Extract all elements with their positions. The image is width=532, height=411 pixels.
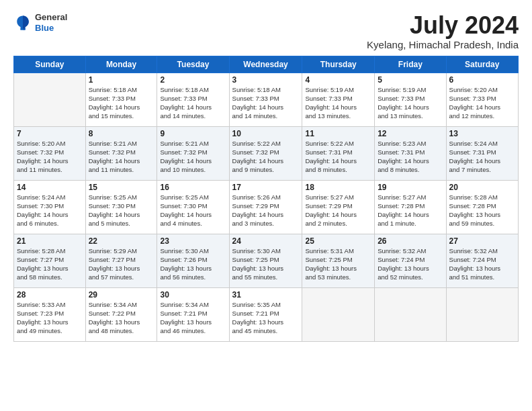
table-row: 12Sunrise: 5:23 AM Sunset: 7:31 PM Dayli… (375, 126, 446, 180)
day-number: 1 (89, 75, 154, 85)
day-info: Sunrise: 5:24 AM Sunset: 7:30 PM Dayligh… (17, 193, 83, 228)
day-info: Sunrise: 5:18 AM Sunset: 7:33 PM Dayligh… (89, 85, 154, 121)
col-monday: Monday (85, 56, 157, 73)
day-info: Sunrise: 5:34 AM Sunset: 7:21 PM Dayligh… (160, 300, 226, 336)
day-info: Sunrise: 5:35 AM Sunset: 7:21 PM Dayligh… (232, 300, 300, 336)
day-number: 16 (160, 183, 226, 192)
day-number: 2 (160, 75, 226, 85)
day-info: Sunrise: 5:22 AM Sunset: 7:31 PM Dayligh… (305, 139, 371, 175)
col-sunday: Sunday (14, 56, 86, 73)
table-row (446, 287, 518, 341)
day-info: Sunrise: 5:24 AM Sunset: 7:31 PM Dayligh… (449, 139, 515, 175)
table-row: 17Sunrise: 5:26 AM Sunset: 7:29 PM Dayli… (229, 180, 302, 234)
table-row: 13Sunrise: 5:24 AM Sunset: 7:31 PM Dayli… (446, 126, 518, 180)
col-tuesday: Tuesday (157, 56, 229, 73)
day-info: Sunrise: 5:28 AM Sunset: 7:28 PM Dayligh… (449, 193, 515, 228)
day-info: Sunrise: 5:30 AM Sunset: 7:25 PM Dayligh… (232, 246, 300, 282)
table-row: 8Sunrise: 5:21 AM Sunset: 7:32 PM Daylig… (85, 126, 157, 180)
day-info: Sunrise: 5:21 AM Sunset: 7:32 PM Dayligh… (89, 139, 154, 175)
day-info: Sunrise: 5:32 AM Sunset: 7:24 PM Dayligh… (378, 246, 443, 282)
day-info: Sunrise: 5:19 AM Sunset: 7:33 PM Dayligh… (305, 85, 371, 121)
table-row: 10Sunrise: 5:22 AM Sunset: 7:32 PM Dayli… (229, 126, 302, 180)
day-info: Sunrise: 5:27 AM Sunset: 7:29 PM Dayligh… (305, 193, 371, 228)
day-number: 20 (449, 183, 515, 192)
day-info: Sunrise: 5:18 AM Sunset: 7:33 PM Dayligh… (232, 85, 300, 121)
day-number: 28 (17, 290, 83, 300)
day-number: 30 (160, 290, 226, 300)
table-row: 29Sunrise: 5:34 AM Sunset: 7:22 PM Dayli… (85, 287, 157, 341)
day-info: Sunrise: 5:21 AM Sunset: 7:32 PM Dayligh… (160, 139, 226, 175)
day-number: 10 (232, 129, 300, 138)
location: Kyelang, Himachal Pradesh, India (367, 39, 519, 50)
day-number: 22 (89, 236, 154, 246)
table-row: 24Sunrise: 5:30 AM Sunset: 7:25 PM Dayli… (229, 234, 302, 287)
calendar-week-row: 21Sunrise: 5:28 AM Sunset: 7:27 PM Dayli… (14, 234, 519, 287)
page: General Blue July 2024 Kyelang, Himachal… (0, 0, 532, 411)
day-number: 17 (232, 183, 300, 192)
table-row: 26Sunrise: 5:32 AM Sunset: 7:24 PM Dayli… (375, 234, 446, 287)
day-number: 29 (89, 290, 154, 300)
day-info: Sunrise: 5:32 AM Sunset: 7:24 PM Dayligh… (449, 246, 515, 282)
table-row: 28Sunrise: 5:33 AM Sunset: 7:23 PM Dayli… (14, 287, 86, 341)
day-number: 15 (89, 183, 154, 192)
table-row: 22Sunrise: 5:29 AM Sunset: 7:27 PM Dayli… (85, 234, 157, 287)
day-number: 8 (89, 129, 154, 138)
day-number: 19 (378, 183, 443, 192)
calendar-week-row: 7Sunrise: 5:20 AM Sunset: 7:32 PM Daylig… (14, 126, 519, 180)
svg-rect-0 (21, 28, 26, 30)
day-info: Sunrise: 5:18 AM Sunset: 7:33 PM Dayligh… (160, 85, 226, 121)
day-info: Sunrise: 5:19 AM Sunset: 7:33 PM Dayligh… (378, 85, 443, 121)
day-number: 11 (305, 129, 371, 138)
day-info: Sunrise: 5:23 AM Sunset: 7:31 PM Dayligh… (378, 139, 443, 175)
day-number: 12 (378, 129, 443, 138)
day-number: 3 (232, 75, 300, 85)
table-row: 6Sunrise: 5:20 AM Sunset: 7:33 PM Daylig… (446, 73, 518, 126)
day-info: Sunrise: 5:29 AM Sunset: 7:27 PM Dayligh… (89, 246, 154, 282)
day-number: 13 (449, 129, 515, 138)
col-wednesday: Wednesday (229, 56, 302, 73)
table-row: 18Sunrise: 5:27 AM Sunset: 7:29 PM Dayli… (302, 180, 375, 234)
table-row: 9Sunrise: 5:21 AM Sunset: 7:32 PM Daylig… (157, 126, 229, 180)
table-row (14, 73, 86, 126)
table-row: 5Sunrise: 5:19 AM Sunset: 7:33 PM Daylig… (375, 73, 446, 126)
day-number: 31 (232, 290, 300, 300)
calendar-header-row: Sunday Monday Tuesday Wednesday Thursday… (14, 56, 519, 73)
table-row: 4Sunrise: 5:19 AM Sunset: 7:33 PM Daylig… (302, 73, 375, 126)
logo: General Blue (13, 12, 67, 33)
table-row: 1Sunrise: 5:18 AM Sunset: 7:33 PM Daylig… (85, 73, 157, 126)
day-info: Sunrise: 5:33 AM Sunset: 7:23 PM Dayligh… (17, 300, 83, 336)
table-row: 21Sunrise: 5:28 AM Sunset: 7:27 PM Dayli… (14, 234, 86, 287)
day-info: Sunrise: 5:26 AM Sunset: 7:29 PM Dayligh… (232, 193, 300, 228)
day-info: Sunrise: 5:30 AM Sunset: 7:26 PM Dayligh… (160, 246, 226, 282)
table-row: 19Sunrise: 5:27 AM Sunset: 7:28 PM Dayli… (375, 180, 446, 234)
table-row: 30Sunrise: 5:34 AM Sunset: 7:21 PM Dayli… (157, 287, 229, 341)
day-info: Sunrise: 5:25 AM Sunset: 7:30 PM Dayligh… (89, 193, 154, 228)
table-row: 3Sunrise: 5:18 AM Sunset: 7:33 PM Daylig… (229, 73, 302, 126)
calendar: Sunday Monday Tuesday Wednesday Thursday… (13, 56, 519, 342)
table-row: 23Sunrise: 5:30 AM Sunset: 7:26 PM Dayli… (157, 234, 229, 287)
day-info: Sunrise: 5:27 AM Sunset: 7:28 PM Dayligh… (378, 193, 443, 228)
table-row (302, 287, 375, 341)
title-block: July 2024 Kyelang, Himachal Pradesh, Ind… (367, 12, 519, 50)
day-info: Sunrise: 5:34 AM Sunset: 7:22 PM Dayligh… (89, 300, 154, 336)
day-info: Sunrise: 5:25 AM Sunset: 7:30 PM Dayligh… (160, 193, 226, 228)
day-number: 5 (378, 75, 443, 85)
day-number: 25 (305, 236, 371, 246)
table-row: 14Sunrise: 5:24 AM Sunset: 7:30 PM Dayli… (14, 180, 86, 234)
day-number: 14 (17, 183, 83, 192)
day-number: 9 (160, 129, 226, 138)
table-row: 7Sunrise: 5:20 AM Sunset: 7:32 PM Daylig… (14, 126, 86, 180)
day-number: 27 (449, 236, 515, 246)
day-number: 26 (378, 236, 443, 246)
day-info: Sunrise: 5:28 AM Sunset: 7:27 PM Dayligh… (17, 246, 83, 282)
table-row: 11Sunrise: 5:22 AM Sunset: 7:31 PM Dayli… (302, 126, 375, 180)
day-number: 18 (305, 183, 371, 192)
calendar-week-row: 28Sunrise: 5:33 AM Sunset: 7:23 PM Dayli… (14, 287, 519, 341)
calendar-week-row: 1Sunrise: 5:18 AM Sunset: 7:33 PM Daylig… (14, 73, 519, 126)
col-thursday: Thursday (302, 56, 375, 73)
day-info: Sunrise: 5:31 AM Sunset: 7:25 PM Dayligh… (305, 246, 371, 282)
table-row: 31Sunrise: 5:35 AM Sunset: 7:21 PM Dayli… (229, 287, 302, 341)
day-number: 4 (305, 75, 371, 85)
table-row: 20Sunrise: 5:28 AM Sunset: 7:28 PM Dayli… (446, 180, 518, 234)
day-number: 23 (160, 236, 226, 246)
